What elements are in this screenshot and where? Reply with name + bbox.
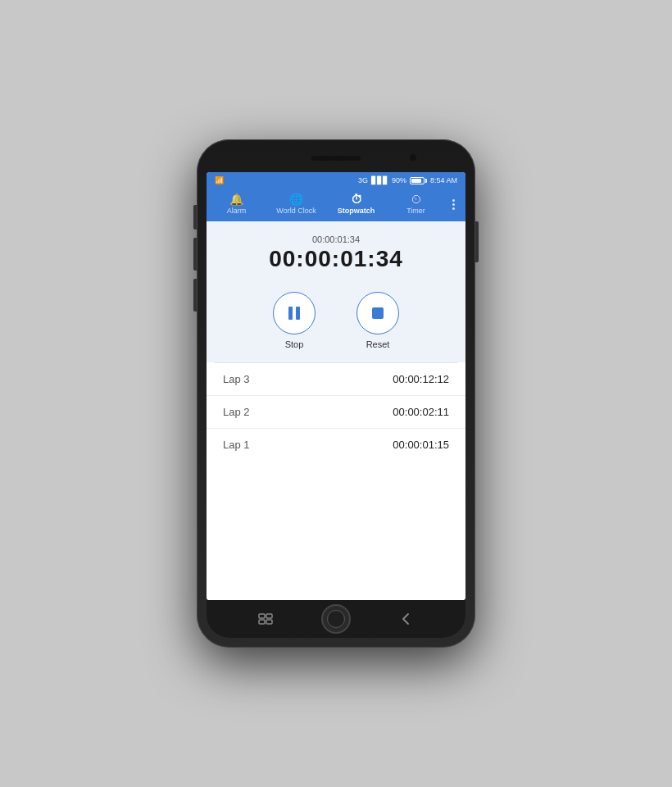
tab-stopwatch-label: Stopwatch — [338, 207, 375, 215]
lap-row-3: Lap 3 00:00:12:12 — [207, 363, 465, 396]
alarm-icon: 🔔 — [229, 193, 243, 205]
stopwatch-time-small: 00:00:01:34 — [312, 234, 360, 244]
pause-bar-left — [288, 307, 293, 320]
stop-button[interactable]: Stop — [273, 292, 316, 349]
pause-bar-right — [296, 307, 300, 320]
phone-top-area — [207, 149, 465, 172]
lap-3-label: Lap 3 — [223, 373, 250, 385]
svg-rect-2 — [259, 620, 265, 624]
status-icon: 📶 — [215, 176, 224, 184]
more-menu-button[interactable] — [446, 199, 465, 210]
front-camera — [410, 154, 416, 161]
tab-world-clock[interactable]: 🌐 World Clock — [266, 192, 326, 216]
lap-row-2: Lap 2 00:00:02:11 — [207, 396, 465, 429]
network-bars: ▊▊▊ — [371, 176, 388, 184]
tab-timer-label: Timer — [406, 207, 425, 215]
status-bar: 📶 3G ▊▊▊ 90% 8:54 AM — [207, 172, 465, 189]
main-content: 00:00:01:34 00:00:01:34 Stop — [207, 221, 465, 600]
battery-icon — [410, 177, 427, 184]
clock-time: 8:54 AM — [430, 176, 457, 184]
home-button[interactable] — [321, 604, 351, 634]
tab-alarm[interactable]: 🔔 Alarm — [207, 192, 266, 216]
reset-button[interactable]: Reset — [356, 292, 399, 349]
stop-circle — [273, 292, 316, 334]
svg-rect-1 — [266, 614, 272, 618]
reset-label: Reset — [366, 339, 390, 349]
lap-1-label: Lap 1 — [223, 439, 250, 451]
back-button[interactable] — [394, 611, 419, 627]
controls-section: Stop Reset — [207, 280, 465, 362]
lap-2-time: 00:00:02:11 — [393, 406, 449, 418]
volume-silent-button[interactable] — [193, 205, 197, 230]
stop-label: Stop — [285, 339, 304, 349]
home-button-inner — [327, 610, 345, 628]
laps-section: Lap 3 00:00:12:12 Lap 2 00:00:02:11 Lap … — [207, 363, 465, 600]
world-clock-icon: 🌐 — [289, 193, 303, 205]
battery-percent: 90% — [392, 176, 406, 184]
lap-2-label: Lap 2 — [223, 406, 250, 418]
stopwatch-icon: ⏱ — [351, 193, 362, 205]
timer-icon: ⏲ — [411, 193, 422, 205]
nav-tabs: 🔔 Alarm 🌐 World Clock ⏱ Stopwatch ⏲ Time… — [207, 189, 465, 221]
timer-section: 00:00:01:34 00:00:01:34 — [207, 221, 465, 280]
phone-frame: 📶 3G ▊▊▊ 90% 8:54 AM 🔔 Alarm — [197, 139, 475, 648]
volume-up-button[interactable] — [193, 238, 197, 271]
status-right: 3G ▊▊▊ 90% 8:54 AM — [358, 176, 457, 184]
tab-timer[interactable]: ⏲ Timer — [386, 192, 446, 216]
lap-row-1: Lap 1 00:00:01:15 — [207, 429, 465, 461]
lap-1-time: 00:00:01:15 — [393, 439, 449, 451]
power-button[interactable] — [475, 221, 479, 262]
reset-circle — [356, 292, 399, 334]
phone-screen: 📶 3G ▊▊▊ 90% 8:54 AM 🔔 Alarm — [207, 172, 465, 600]
svg-rect-0 — [259, 614, 265, 618]
recents-button[interactable] — [253, 611, 278, 627]
tab-alarm-label: Alarm — [227, 207, 247, 215]
pause-icon — [288, 307, 300, 320]
phone-bottom-nav — [207, 600, 465, 638]
tab-world-clock-label: World Clock — [276, 207, 316, 215]
svg-rect-3 — [266, 620, 272, 624]
stopwatch-time-large: 00:00:01:34 — [269, 246, 403, 272]
stop-square-icon — [372, 307, 384, 319]
lap-3-time: 00:00:12:12 — [393, 373, 449, 385]
signal-type: 3G — [358, 176, 368, 184]
volume-down-button[interactable] — [193, 279, 197, 312]
earpiece-speaker — [311, 156, 361, 161]
tab-stopwatch[interactable]: ⏱ Stopwatch — [326, 192, 386, 216]
